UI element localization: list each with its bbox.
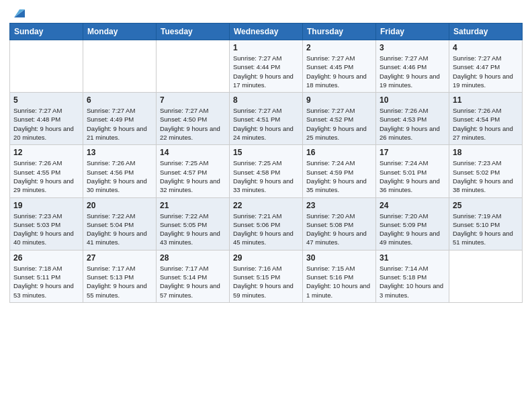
calendar-cell: 19Sunrise: 7:23 AMSunset: 5:03 PMDayligh… [10, 197, 83, 250]
day-info: Sunrise: 7:23 AMSunset: 5:02 PMDaylight:… [453, 158, 519, 194]
calendar-cell: 1Sunrise: 7:27 AMSunset: 4:44 PMDaylight… [230, 40, 303, 93]
day-number: 3 [380, 43, 445, 52]
day-info: Sunrise: 7:27 AMSunset: 4:47 PMDaylight:… [453, 54, 519, 89]
day-info: Sunrise: 7:27 AMSunset: 4:46 PMDaylight:… [380, 54, 445, 89]
calendar-cell: 7Sunrise: 7:27 AMSunset: 4:50 PMDaylight… [157, 93, 230, 145]
day-info: Sunrise: 7:26 AMSunset: 4:54 PMDaylight:… [453, 106, 519, 142]
day-info: Sunrise: 7:26 AMSunset: 4:56 PMDaylight:… [87, 158, 152, 194]
day-number: 22 [233, 201, 299, 210]
day-number: 23 [306, 201, 372, 210]
calendar-week-5: 26Sunrise: 7:18 AMSunset: 5:11 PMDayligh… [10, 250, 523, 302]
calendar-cell: 18Sunrise: 7:23 AMSunset: 5:02 PMDayligh… [449, 145, 523, 197]
day-number: 2 [306, 43, 372, 52]
weekday-header-monday: Monday [83, 24, 157, 40]
day-info: Sunrise: 7:27 AMSunset: 4:44 PMDaylight:… [233, 54, 299, 89]
calendar-cell: 11Sunrise: 7:26 AMSunset: 4:54 PMDayligh… [449, 93, 523, 145]
calendar-cell: 29Sunrise: 7:16 AMSunset: 5:15 PMDayligh… [230, 250, 303, 302]
calendar-cell: 23Sunrise: 7:20 AMSunset: 5:08 PMDayligh… [303, 197, 376, 250]
calendar-cell: 4Sunrise: 7:27 AMSunset: 4:47 PMDaylight… [449, 40, 523, 93]
weekday-header-thursday: Thursday [303, 24, 376, 40]
calendar-cell: 24Sunrise: 7:20 AMSunset: 5:09 PMDayligh… [376, 197, 449, 250]
calendar-cell: 6Sunrise: 7:27 AMSunset: 4:49 PMDaylight… [83, 93, 157, 145]
calendar-week-4: 19Sunrise: 7:23 AMSunset: 5:03 PMDayligh… [10, 197, 523, 250]
calendar-cell [10, 40, 83, 93]
calendar-cell: 3Sunrise: 7:27 AMSunset: 4:46 PMDaylight… [376, 40, 449, 93]
day-number: 5 [13, 95, 79, 105]
logo-icon [10, 5, 25, 20]
calendar-cell: 27Sunrise: 7:17 AMSunset: 5:13 PMDayligh… [83, 250, 157, 302]
day-info: Sunrise: 7:15 AMSunset: 5:16 PMDaylight:… [306, 264, 372, 300]
day-number: 11 [453, 95, 519, 105]
calendar: SundayMondayTuesdayWednesdayThursdayFrid… [9, 23, 523, 303]
day-info: Sunrise: 7:25 AMSunset: 4:57 PMDaylight:… [160, 158, 226, 194]
weekday-header-row: SundayMondayTuesdayWednesdayThursdayFrid… [10, 24, 523, 40]
weekday-header-sunday: Sunday [10, 24, 83, 40]
day-info: Sunrise: 7:22 AMSunset: 5:05 PMDaylight:… [160, 212, 226, 247]
day-number: 19 [13, 201, 79, 210]
header [9, 7, 523, 17]
day-number: 9 [306, 95, 372, 105]
day-info: Sunrise: 7:24 AMSunset: 5:01 PMDaylight:… [380, 158, 445, 194]
day-number: 21 [160, 201, 226, 210]
calendar-cell: 2Sunrise: 7:27 AMSunset: 4:45 PMDaylight… [303, 40, 376, 93]
day-info: Sunrise: 7:26 AMSunset: 4:55 PMDaylight:… [13, 158, 79, 194]
day-number: 16 [306, 148, 372, 157]
day-number: 12 [13, 148, 79, 157]
day-info: Sunrise: 7:25 AMSunset: 4:58 PMDaylight:… [233, 158, 299, 194]
calendar-cell: 21Sunrise: 7:22 AMSunset: 5:05 PMDayligh… [157, 197, 230, 250]
calendar-cell [449, 250, 523, 302]
page: SundayMondayTuesdayWednesdayThursdayFrid… [0, 0, 532, 411]
day-number: 17 [380, 148, 445, 157]
day-number: 30 [306, 253, 372, 263]
day-number: 31 [380, 253, 445, 263]
day-number: 14 [160, 148, 226, 157]
day-number: 15 [233, 148, 299, 157]
calendar-cell: 30Sunrise: 7:15 AMSunset: 5:16 PMDayligh… [303, 250, 376, 302]
calendar-cell [157, 40, 230, 93]
calendar-cell: 13Sunrise: 7:26 AMSunset: 4:56 PMDayligh… [83, 145, 157, 197]
calendar-week-2: 5Sunrise: 7:27 AMSunset: 4:48 PMDaylight… [10, 93, 523, 145]
calendar-cell [83, 40, 157, 93]
day-info: Sunrise: 7:27 AMSunset: 4:52 PMDaylight:… [306, 106, 372, 142]
weekday-header-friday: Friday [376, 24, 449, 40]
day-info: Sunrise: 7:27 AMSunset: 4:45 PMDaylight:… [306, 54, 372, 89]
day-number: 29 [233, 253, 299, 263]
calendar-cell: 25Sunrise: 7:19 AMSunset: 5:10 PMDayligh… [449, 197, 523, 250]
calendar-cell: 10Sunrise: 7:26 AMSunset: 4:53 PMDayligh… [376, 93, 449, 145]
weekday-header-tuesday: Tuesday [157, 24, 230, 40]
day-number: 8 [233, 95, 299, 105]
day-info: Sunrise: 7:17 AMSunset: 5:13 PMDaylight:… [87, 264, 152, 300]
day-number: 13 [87, 148, 152, 157]
day-info: Sunrise: 7:21 AMSunset: 5:06 PMDaylight:… [233, 212, 299, 247]
day-number: 4 [453, 43, 519, 52]
calendar-cell: 22Sunrise: 7:21 AMSunset: 5:06 PMDayligh… [230, 197, 303, 250]
day-number: 10 [380, 95, 445, 105]
day-info: Sunrise: 7:17 AMSunset: 5:14 PMDaylight:… [160, 264, 226, 300]
calendar-cell: 12Sunrise: 7:26 AMSunset: 4:55 PMDayligh… [10, 145, 83, 197]
logo [9, 7, 25, 17]
day-info: Sunrise: 7:18 AMSunset: 5:11 PMDaylight:… [13, 264, 79, 300]
calendar-cell: 15Sunrise: 7:25 AMSunset: 4:58 PMDayligh… [230, 145, 303, 197]
weekday-header-wednesday: Wednesday [230, 24, 303, 40]
day-info: Sunrise: 7:24 AMSunset: 4:59 PMDaylight:… [306, 158, 372, 194]
calendar-cell: 20Sunrise: 7:22 AMSunset: 5:04 PMDayligh… [83, 197, 157, 250]
calendar-cell: 31Sunrise: 7:14 AMSunset: 5:18 PMDayligh… [376, 250, 449, 302]
calendar-cell: 17Sunrise: 7:24 AMSunset: 5:01 PMDayligh… [376, 145, 449, 197]
calendar-cell: 8Sunrise: 7:27 AMSunset: 4:51 PMDaylight… [230, 93, 303, 145]
day-info: Sunrise: 7:26 AMSunset: 4:53 PMDaylight:… [380, 106, 445, 142]
day-number: 18 [453, 148, 519, 157]
day-info: Sunrise: 7:16 AMSunset: 5:15 PMDaylight:… [233, 264, 299, 300]
weekday-header-saturday: Saturday [449, 24, 523, 40]
day-info: Sunrise: 7:27 AMSunset: 4:48 PMDaylight:… [13, 106, 79, 142]
day-number: 24 [380, 201, 445, 210]
day-number: 25 [453, 201, 519, 210]
day-info: Sunrise: 7:14 AMSunset: 5:18 PMDaylight:… [380, 264, 445, 300]
day-number: 20 [87, 201, 152, 210]
day-info: Sunrise: 7:20 AMSunset: 5:09 PMDaylight:… [380, 212, 445, 247]
calendar-cell: 26Sunrise: 7:18 AMSunset: 5:11 PMDayligh… [10, 250, 83, 302]
day-number: 26 [13, 253, 79, 263]
day-info: Sunrise: 7:19 AMSunset: 5:10 PMDaylight:… [453, 212, 519, 247]
calendar-cell: 5Sunrise: 7:27 AMSunset: 4:48 PMDaylight… [10, 93, 83, 145]
calendar-cell: 9Sunrise: 7:27 AMSunset: 4:52 PMDaylight… [303, 93, 376, 145]
day-info: Sunrise: 7:27 AMSunset: 4:50 PMDaylight:… [160, 106, 226, 142]
